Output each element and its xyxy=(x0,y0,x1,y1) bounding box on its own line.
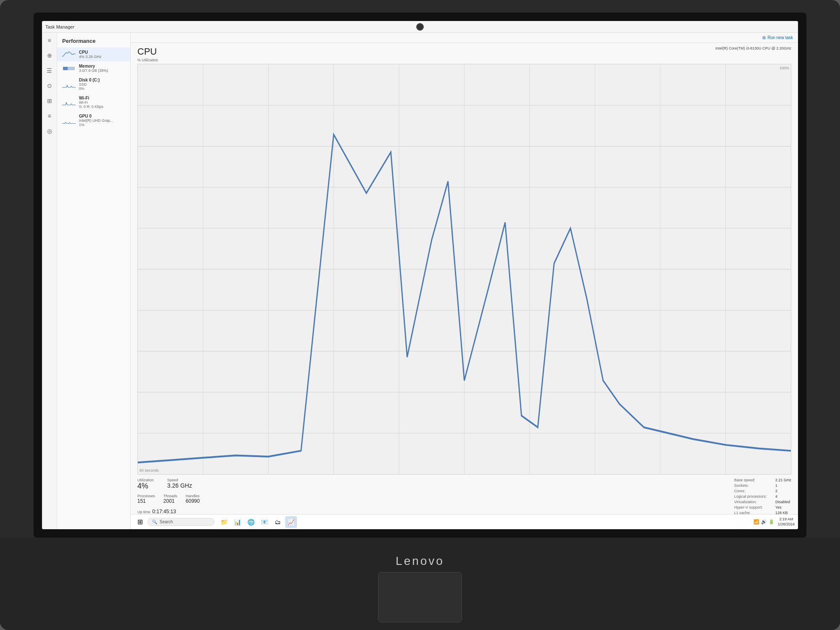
memory-sidebar-info: Memory 3.0/7.9 GB (38%) xyxy=(79,64,108,73)
clock-time: 2:19 AM xyxy=(778,517,795,522)
sidebar-item-cpu[interactable]: CPU 4% 3.26 GHz xyxy=(57,47,130,61)
base-speed-row: Base speed: 2.21 GHz xyxy=(734,478,791,482)
taskbar-app3[interactable]: 📧 xyxy=(258,516,270,528)
cores-row: Cores: 2 xyxy=(734,489,791,493)
wifi-type: Wi-Fi xyxy=(79,100,103,105)
logical-proc-row: Logical processors: 4 xyxy=(734,494,791,499)
taskbar: ⊞ 🔍 Search 📁 📊 🌐 📧 🗂 📈 xyxy=(131,514,798,529)
taskbar-app4[interactable]: 🗂 xyxy=(272,516,284,528)
rail-icon-apps[interactable]: ⊕ xyxy=(45,51,54,60)
wifi-speed: S: 0 R: 0 Kbps xyxy=(79,105,103,109)
logical-proc-value: 4 xyxy=(775,494,777,499)
handles-label: Handles xyxy=(186,494,200,498)
tray-icons: 📶 🔊 🔋 xyxy=(753,519,774,525)
main-content: ⊞ Run new task CPU % Utilization Intel(R… xyxy=(131,33,798,529)
webcam xyxy=(416,23,424,31)
speed-label: Speed xyxy=(167,478,192,482)
threads-value: 2001 xyxy=(163,498,177,504)
sidebar-title: Performance xyxy=(57,36,130,47)
virt-row: Virtualization: Disabled xyxy=(734,500,791,504)
gpu-name: GPU 0 xyxy=(79,114,113,118)
icon-rail: ≡ ⊕ ☰ ⊙ ⊞ ≡ ◎ xyxy=(42,33,57,529)
main-layout: ≡ ⊕ ☰ ⊙ ⊞ ≡ ◎ Performance xyxy=(42,33,798,529)
taskbar-file-explorer[interactable]: 📁 xyxy=(218,516,230,528)
tray-icon-battery: 🔋 xyxy=(769,519,774,525)
cpu-title-block: CPU % Utilization xyxy=(137,46,158,62)
hyperv-row: Hyper-V support: Yes xyxy=(734,505,791,509)
sidebar-item-gpu[interactable]: GPU 0 Intel(R) UHD Grap... 1% xyxy=(57,111,130,129)
hyperv-label: Hyper-V support: xyxy=(734,505,772,509)
memory-detail: 3.0/7.9 GB (38%) xyxy=(79,68,108,73)
virt-value: Disabled xyxy=(775,500,790,504)
util-value: 4% xyxy=(137,482,154,491)
screen-bezel: Task Manager ≡ ⊕ ☰ ⊙ ⊞ ≡ ◎ Performance xyxy=(34,13,806,538)
run-icon: ⊞ xyxy=(762,35,766,40)
cpu-title: CPU xyxy=(137,46,158,57)
chart-60s-label: 60 seconds xyxy=(139,468,159,472)
rail-icon-settings[interactable]: ◎ xyxy=(45,127,54,135)
handles-value: 60990 xyxy=(186,498,200,504)
taskbar-task-manager-active[interactable]: 📈 xyxy=(285,516,297,528)
cores-label: Cores: xyxy=(734,489,772,493)
rail-icon-grid[interactable]: ⊞ xyxy=(45,97,54,105)
tray-icon-wifi: 📶 xyxy=(753,519,759,525)
taskbar-app1[interactable]: 📊 xyxy=(231,516,243,528)
memory-mini-chart xyxy=(62,64,76,73)
taskbar-app2[interactable]: 🌐 xyxy=(245,516,257,528)
gpu-model: Intel(R) UHD Grap... xyxy=(79,118,113,123)
cores-value: 2 xyxy=(775,489,777,493)
system-tray: 📶 🔊 🔋 2:19 AM 1/26/2024 xyxy=(753,517,795,527)
logical-proc-label: Logical processors: xyxy=(734,494,772,499)
trackpad[interactable] xyxy=(378,572,462,622)
cpu-name: CPU xyxy=(79,50,102,55)
disk-type: SSD xyxy=(79,82,100,87)
run-new-task-button[interactable]: ⊞ Run new task xyxy=(762,35,793,40)
taskbar-search[interactable]: 🔍 Search xyxy=(147,518,215,526)
handles-stat: Handles 60990 xyxy=(186,494,200,504)
proc-label: Processes xyxy=(137,494,155,498)
processes-stat: Processes 151 xyxy=(137,494,155,504)
uptime-label: Up time xyxy=(137,510,150,514)
util-speed-row: Utilization 4% Speed 3.26 GHz xyxy=(137,478,200,491)
run-new-task-label: Run new task xyxy=(767,35,793,40)
disk-sidebar-info: Disk 0 (C:) SSD 0% xyxy=(79,78,100,91)
laptop-frame: Task Manager ≡ ⊕ ☰ ⊙ ⊞ ≡ ◎ Performance xyxy=(0,0,840,630)
hyperv-value: Yes xyxy=(775,505,782,509)
wifi-mini-chart xyxy=(62,98,76,107)
sockets-row: Sockets: 1 xyxy=(734,483,791,488)
sidebar: Performance CPU 4% 3.26 GHz xyxy=(57,33,131,529)
virt-label: Virtualization: xyxy=(734,500,772,504)
screen: Task Manager ≡ ⊕ ☰ ⊙ ⊞ ≡ ◎ Performance xyxy=(42,21,798,529)
proc-thread-handle-row: Processes 151 Threads 2001 Handles 60990 xyxy=(137,494,200,504)
cpu-chart: 100% 60 seconds xyxy=(137,64,791,475)
rail-icon-circle[interactable]: ⊙ xyxy=(45,81,54,90)
gpu-usage: 1% xyxy=(79,123,113,127)
gpu-sidebar-info: GPU 0 Intel(R) UHD Grap... 1% xyxy=(79,114,113,127)
disk-mini-chart xyxy=(62,80,76,89)
start-button[interactable]: ⊞ xyxy=(134,516,146,528)
cpu-detail: 4% 3.26 GHz xyxy=(79,55,102,59)
cpu-mini-chart xyxy=(62,50,76,59)
rail-icon-lines[interactable]: ≡ xyxy=(45,112,54,120)
system-clock: 2:19 AM 1/26/2024 xyxy=(778,517,795,527)
utilization-stat: Utilization 4% xyxy=(137,478,154,491)
sidebar-item-memory[interactable]: Memory 3.0/7.9 GB (38%) xyxy=(57,61,130,75)
disk-usage: 0% xyxy=(79,87,100,91)
sidebar-item-wifi[interactable]: Wi-Fi Wi-Fi S: 0 R: 0 Kbps xyxy=(57,93,130,111)
cpu-sidebar-info: CPU 4% 3.26 GHz xyxy=(79,50,102,59)
tray-icon-volume: 🔊 xyxy=(761,519,767,525)
proc-value: 151 xyxy=(137,498,155,504)
taskbar-icons: 📁 📊 🌐 📧 🗂 📈 xyxy=(218,516,297,528)
rail-icon-menu[interactable]: ≡ xyxy=(45,36,54,45)
disk-name: Disk 0 (C:) xyxy=(79,78,100,82)
sidebar-item-disk[interactable]: Disk 0 (C:) SSD 0% xyxy=(57,75,130,93)
brand-logo: Lenovo xyxy=(396,554,444,568)
rail-icon-list[interactable]: ☰ xyxy=(45,66,54,75)
top-bar: ⊞ Run new task xyxy=(131,33,798,43)
speed-value: 3.26 GHz xyxy=(167,482,192,489)
sockets-value: 1 xyxy=(775,483,777,488)
clock-date: 1/26/2024 xyxy=(778,522,795,527)
sockets-label: Sockets: xyxy=(734,483,772,488)
wifi-name: Wi-Fi xyxy=(79,96,103,100)
search-icon: 🔍 xyxy=(152,520,157,524)
